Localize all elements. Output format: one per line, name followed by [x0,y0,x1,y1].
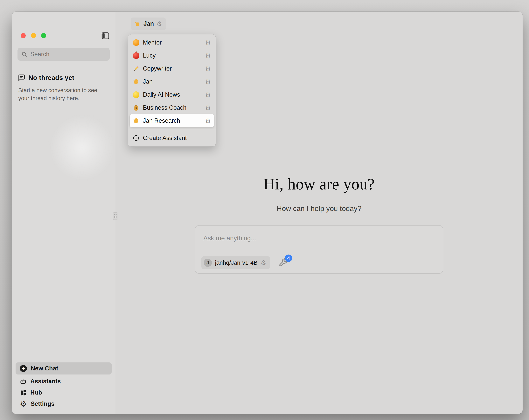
tools-button[interactable]: 4 [278,258,288,267]
model-selector[interactable]: J janhq/Jan-v1-4B ⚙ [201,256,270,269]
threads-empty-header: No threads yet [18,74,74,81]
assistant-menu: Mentor ⚙ Lucy ⚙ Copywriter ⚙ Jan [128,34,216,147]
close-button[interactable] [21,33,26,38]
zoom-button[interactable] [41,33,46,38]
drag-dots-icon [114,214,117,218]
grid-icon [20,389,26,396]
menu-item-jan[interactable]: Jan ⚙ [128,75,216,88]
greeting-title: Hi, how are you? [116,175,523,193]
menu-item-lucy[interactable]: Lucy ⚙ [128,49,216,62]
menu-separator [128,129,216,129]
sidebar-item-label: Settings [31,400,54,407]
sidebar: No threads yet Start a new conversation … [12,12,115,414]
window-controls [21,33,46,38]
sidebar-nav: + New Chat Assistants Hub ⚙ Settings [15,363,112,409]
menu-item-business-coach[interactable]: $ Business Coach ⚙ [128,101,216,114]
threads-empty-description: Start a new conversation to see your thr… [18,86,104,102]
threads-empty-title: No threads yet [28,74,74,81]
search-icon [21,51,27,57]
model-name: janhq/Jan-v1-4B [215,259,257,266]
plus-circle-icon: + [20,365,27,372]
model-avatar: J [204,259,212,267]
greeting-subtitle: How can I help you today? [116,204,523,213]
search-input[interactable] [30,51,106,58]
sidebar-item-label: Hub [30,389,42,396]
assistant-settings-icon[interactable]: ⚙ [157,21,162,27]
menu-item-daily-ai-news[interactable]: Daily AI News ⚙ [128,88,216,101]
gear-icon[interactable]: ⚙ [205,39,211,46]
gear-icon: ⚙ [20,400,27,408]
yellow-circle-emoji-icon [133,91,139,98]
plus-circle-outline-icon [133,135,139,141]
menu-item-label: Jan Research [143,117,202,124]
search-field[interactable] [17,48,110,61]
robot-icon [20,378,26,385]
menu-item-create-assistant[interactable]: Create Assistant [128,131,216,145]
menu-item-label: Copywriter [143,65,202,72]
svg-text:$: $ [135,107,137,110]
assistant-selector-button[interactable]: Jan ⚙ [131,17,166,30]
menu-item-label: Jan [143,78,202,85]
gear-icon[interactable]: ⚙ [205,91,211,98]
menu-item-label: Mentor [143,39,202,46]
gear-icon[interactable]: ⚙ [205,78,211,85]
gear-icon[interactable]: ⚙ [205,65,211,72]
sidebar-item-settings[interactable]: ⚙ Settings [15,398,112,409]
menu-item-label: Lucy [143,52,202,59]
menu-item-jan-research[interactable]: Jan Research ⚙ [130,114,214,127]
sidebar-toggle-icon [102,32,109,40]
apple-emoji-icon [133,52,139,59]
app-window: No threads yet Start a new conversation … [12,12,523,414]
menu-item-label: Daily AI News [143,91,202,98]
sidebar-item-new-chat[interactable]: + New Chat [15,363,112,375]
chat-bubble-icon [18,74,25,81]
gear-icon[interactable]: ⚙ [205,104,211,111]
menu-item-label: Business Coach [143,104,202,111]
orange-emoji-icon [133,39,139,46]
waving-hand-emoji-icon [133,78,139,85]
menu-item-label: Create Assistant [143,135,187,142]
sidebar-item-label: Assistants [30,378,61,385]
tools-count-badge: 4 [285,255,292,262]
sidebar-toggle-button[interactable] [101,31,110,40]
minimize-button[interactable] [31,33,36,38]
waving-hand-icon [134,21,141,27]
sidebar-item-label: New Chat [31,365,58,372]
main-area: Jan ⚙ Mentor ⚙ Lucy ⚙ Copywriter ⚙ [116,12,523,414]
waving-hand-emoji-icon [133,117,139,124]
gear-icon[interactable]: ⚙ [205,117,211,124]
sidebar-item-hub[interactable]: Hub [15,387,112,398]
model-settings-icon[interactable]: ⚙ [261,259,266,266]
assistant-selector-label: Jan [144,20,154,27]
menu-item-copywriter[interactable]: Copywriter ⚙ [128,62,216,75]
chat-input[interactable] [203,234,378,242]
money-bag-emoji-icon: $ [133,104,139,111]
pencil-emoji-icon [133,65,139,72]
sidebar-item-assistants[interactable]: Assistants [15,376,112,387]
menu-item-mentor[interactable]: Mentor ⚙ [128,36,216,49]
sidebar-resize-handle[interactable] [113,212,118,220]
composer-toolbar: J janhq/Jan-v1-4B ⚙ 4 [201,256,288,269]
chat-composer[interactable]: J janhq/Jan-v1-4B ⚙ 4 [195,225,443,274]
greeting: Hi, how are you? How can I help you toda… [116,175,523,213]
gear-icon[interactable]: ⚙ [205,52,211,59]
